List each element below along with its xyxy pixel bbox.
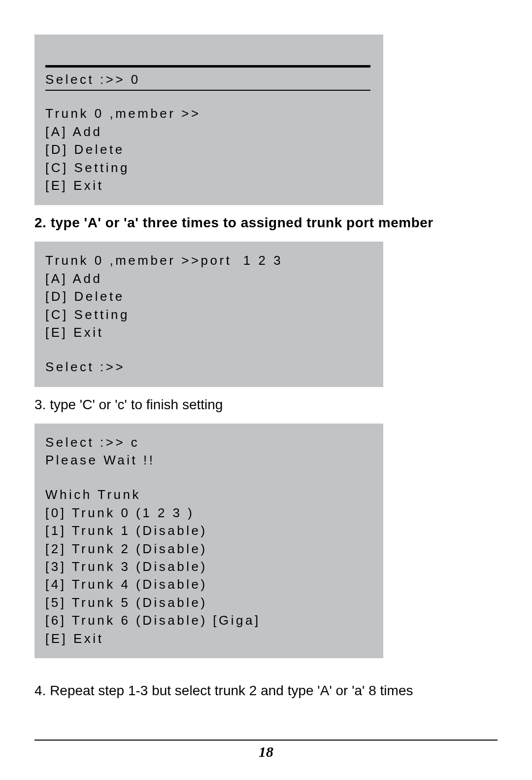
option-delete: [D] Delete: [45, 287, 372, 305]
option-delete: [D] Delete: [45, 141, 372, 158]
step-4-text: 4. Repeat step 1-3 but select trunk 2 an…: [34, 683, 498, 699]
page-footer: 18: [34, 740, 498, 760]
step-3-text: 3. type 'C' or 'c' to finish setting: [34, 397, 498, 413]
option-setting: [C] Setting: [45, 159, 372, 177]
trunk-2-option: [2] Trunk 2 (Disable): [45, 540, 372, 558]
which-trunk: Which Trunk: [45, 486, 372, 503]
trunk-5-option: [5] Trunk 5 (Disable): [45, 594, 372, 611]
trunk-member-port-line: Trunk 0 ,member >>port 1 2 3: [45, 251, 372, 269]
select-prompt-c: Select :>> c: [45, 433, 372, 451]
please-wait: Please Wait !!: [45, 451, 372, 469]
trunk-member-line: Trunk 0 ,member >>: [45, 105, 372, 122]
document-page: Select :>> 0 Trunk 0 ,member >> [A] Add …: [0, 0, 532, 780]
page-content: Select :>> 0 Trunk 0 ,member >> [A] Add …: [34, 35, 498, 740]
terminal-box-1: Select :>> 0 Trunk 0 ,member >> [A] Add …: [34, 35, 383, 205]
divider-thick: [45, 65, 370, 68]
trunk-6-option: [6] Trunk 6 (Disable) [Giga]: [45, 611, 372, 629]
select-prompt: Select :>>: [45, 358, 372, 376]
option-add: [A] Add: [45, 123, 372, 141]
option-exit: [E] Exit: [45, 323, 372, 341]
option-setting: [C] Setting: [45, 306, 372, 323]
footer-divider: [34, 740, 498, 741]
divider-thin: [45, 90, 370, 91]
option-add: [A] Add: [45, 270, 372, 287]
terminal-box-2: Trunk 0 ,member >>port 1 2 3 [A] Add [D]…: [34, 242, 383, 387]
trunk-3-option: [3] Trunk 3 (Disable): [45, 558, 372, 575]
select-prompt: Select :>> 0: [45, 71, 372, 88]
trunk-4-option: [4] Trunk 4 (Disable): [45, 575, 372, 593]
page-number: 18: [34, 744, 498, 760]
option-exit: [E] Exit: [45, 177, 372, 194]
step-2-heading: 2. type 'A' or 'a' three times to assign…: [34, 215, 498, 231]
terminal-box-3: Select :>> c Please Wait !! Which Trunk …: [34, 424, 383, 658]
trunk-1-option: [1] Trunk 1 (Disable): [45, 522, 372, 539]
trunk-0-option: [0] Trunk 0 (1 2 3 ): [45, 504, 372, 522]
option-exit: [E] Exit: [45, 630, 372, 647]
